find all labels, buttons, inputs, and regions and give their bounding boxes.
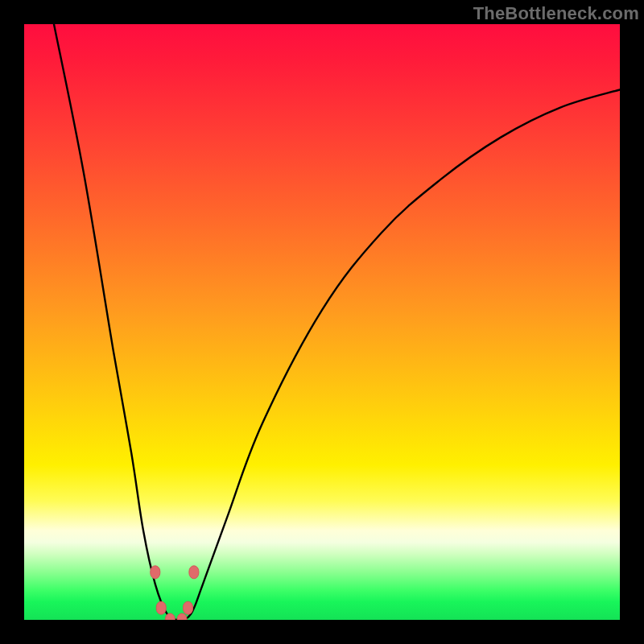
chart-stage: TheBottleneck.com — [0, 0, 644, 644]
bottleneck-curve — [54, 24, 620, 620]
curve-marker — [189, 566, 199, 579]
curve-marker — [177, 613, 187, 620]
plot-area — [24, 24, 620, 620]
watermark-text: TheBottleneck.com — [473, 3, 639, 24]
curve-marker — [156, 601, 166, 614]
curve-marker — [184, 601, 193, 614]
curve-marker — [151, 566, 160, 579]
curve-svg — [24, 24, 620, 620]
